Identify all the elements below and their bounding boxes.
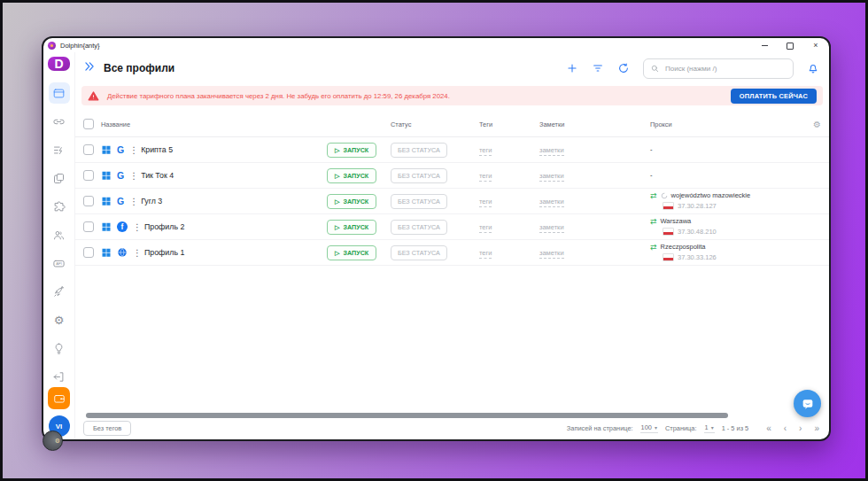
table-header: Название Статус Теги Заметки Прокси ⚙	[75, 112, 829, 137]
window-titlebar: Dolphin{anty} ×	[43, 38, 829, 52]
column-name: Название	[101, 120, 327, 128]
sidebar-item-tabs[interactable]	[49, 167, 70, 189]
add-profile-button[interactable]	[566, 62, 578, 74]
proxy-location: Warszawa	[661, 217, 692, 226]
proxy-swap-icon[interactable]: ⇄	[650, 192, 657, 200]
lightbulb-icon	[52, 342, 66, 355]
row-checkbox[interactable]	[83, 221, 94, 232]
scrollbar-thumb[interactable]	[86, 413, 728, 418]
launch-button[interactable]: ▷ЗАПУСК	[327, 168, 376, 183]
notes-link[interactable]: заметки	[539, 223, 564, 233]
column-proxy: Прокси	[650, 120, 794, 128]
search-box[interactable]	[643, 58, 794, 79]
row-checkbox[interactable]	[83, 144, 94, 155]
play-icon: ▷	[335, 250, 339, 256]
tags-link[interactable]: теги	[479, 198, 492, 207]
proxy-swap-icon[interactable]: ⇄	[650, 218, 657, 226]
column-tags: Теги	[479, 120, 539, 128]
tags-link[interactable]: теги	[479, 172, 492, 182]
column-status: Статус	[391, 120, 479, 128]
next-page-button[interactable]: ›	[799, 423, 802, 433]
collapse-sidebar-icon[interactable]	[83, 60, 96, 76]
proxy-info: ⇄ Warszawa 37.30.48.210	[650, 217, 794, 236]
tags-link[interactable]: теги	[479, 146, 492, 156]
tags-link[interactable]: теги	[479, 223, 492, 233]
launch-button[interactable]: ▷ЗАПУСК	[327, 143, 376, 158]
maximize-button[interactable]	[786, 42, 794, 50]
proxy-ip: 37.30.28.127	[678, 202, 717, 211]
wallet-button[interactable]	[48, 387, 70, 409]
row-checkbox[interactable]	[83, 247, 94, 258]
per-page-select[interactable]: 100▾	[640, 423, 658, 433]
sidebar-item-api[interactable]: API	[49, 252, 70, 274]
corner-widget-button[interactable]: ⚙	[43, 431, 63, 451]
desktop-background: Dolphin{anty} × D	[0, 0, 868, 481]
sidebar-item-extensions[interactable]	[49, 196, 70, 217]
proxy-empty: -	[650, 171, 653, 179]
launch-button[interactable]: ▷ЗАПУСК	[327, 245, 376, 260]
sidebar-item-team[interactable]	[49, 224, 70, 245]
poland-flag-icon	[663, 253, 674, 261]
notes-link[interactable]: заметки	[539, 249, 564, 259]
row-menu-icon[interactable]: ⋮	[133, 222, 139, 232]
row-menu-icon[interactable]: ⋮	[129, 145, 136, 155]
sidebar-item-logout[interactable]	[49, 366, 70, 387]
sidebar-item-updates[interactable]	[49, 281, 70, 302]
refresh-icon	[617, 62, 630, 74]
support-chat-button[interactable]	[794, 390, 821, 417]
browser-profiles-icon	[52, 87, 66, 100]
caret-down-icon: ▾	[711, 424, 714, 431]
column-notes: Заметки	[539, 120, 650, 128]
row-menu-icon[interactable]: ⋮	[129, 171, 136, 181]
row-checkbox[interactable]	[83, 170, 94, 181]
poland-flag-icon	[663, 228, 674, 236]
chat-bubble-icon	[801, 397, 815, 411]
row-menu-icon[interactable]: ⋮	[129, 197, 136, 206]
filter-icon	[592, 62, 604, 74]
sidebar-item-ideas[interactable]	[49, 337, 70, 359]
status-chip[interactable]: БЕЗ СТАТУСА	[391, 194, 447, 209]
prev-page-button[interactable]: ‹	[784, 423, 787, 433]
launch-button[interactable]: ▷ЗАПУСК	[327, 220, 376, 235]
sidebar-item-proxy[interactable]	[49, 111, 70, 132]
notes-link[interactable]: заметки	[539, 146, 564, 156]
select-all-checkbox[interactable]	[83, 119, 94, 129]
minimize-button[interactable]	[760, 42, 769, 50]
notifications-button[interactable]	[807, 62, 819, 74]
app-logo[interactable]: D	[48, 57, 70, 71]
status-chip[interactable]: БЕЗ СТАТУСА	[391, 143, 447, 158]
no-tags-button[interactable]: Без тегов	[83, 421, 131, 436]
last-page-button[interactable]: »	[814, 423, 819, 433]
table-settings-icon[interactable]: ⚙	[794, 120, 821, 129]
automation-icon	[52, 144, 66, 157]
row-menu-icon[interactable]: ⋮	[133, 248, 139, 258]
profile-name: Профиль 2	[144, 222, 184, 231]
rocket-icon	[52, 285, 66, 299]
link-icon	[52, 115, 66, 128]
page-select[interactable]: 1▾	[704, 423, 715, 433]
filter-button[interactable]	[592, 62, 604, 74]
refresh-button[interactable]	[617, 62, 630, 74]
sidebar-item-profiles[interactable]	[49, 82, 70, 104]
proxy-location: województwo mazowieckie	[671, 191, 751, 200]
notes-link[interactable]: заметки	[539, 198, 564, 207]
pay-now-button[interactable]: ОПЛАТИТЬ СЕЙЧАС	[731, 89, 817, 104]
search-input[interactable]	[663, 64, 787, 74]
proxy-swap-icon[interactable]: ⇄	[650, 244, 657, 252]
sidebar-item-automation[interactable]	[49, 139, 70, 160]
first-page-button[interactable]: «	[766, 423, 771, 433]
proxy-info: ⇄ Rzeczpospolita 37.30.33.126	[650, 243, 794, 261]
row-checkbox[interactable]	[83, 196, 94, 206]
notes-link[interactable]: заметки	[539, 172, 564, 182]
launch-button[interactable]: ▷ЗАПУСК	[327, 194, 376, 209]
status-chip[interactable]: БЕЗ СТАТУСА	[391, 168, 447, 183]
range-label: 1 - 5 из 5	[722, 424, 749, 432]
status-chip[interactable]: БЕЗ СТАТУСА	[391, 220, 447, 235]
poland-flag-icon	[663, 202, 674, 210]
windows-icon	[101, 247, 112, 258]
page-title: Все профили	[104, 62, 174, 74]
tags-link[interactable]: теги	[479, 249, 492, 259]
sidebar-item-settings[interactable]: ⚙	[49, 309, 70, 330]
status-chip[interactable]: БЕЗ СТАТУСА	[391, 245, 447, 260]
close-button[interactable]: ×	[811, 42, 820, 50]
